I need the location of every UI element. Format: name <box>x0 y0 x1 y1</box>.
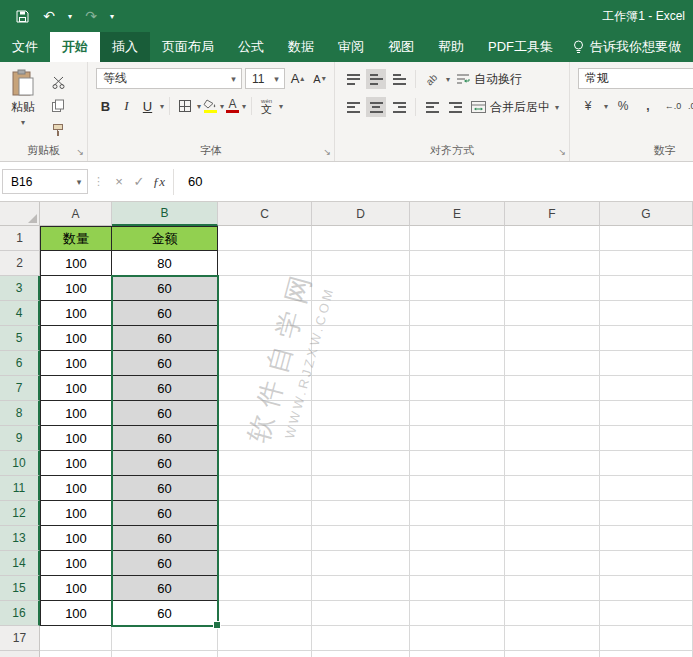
cell-E12[interactable] <box>410 501 505 526</box>
cell-C16[interactable] <box>218 601 312 626</box>
cell-F10[interactable] <box>505 451 600 476</box>
row-header-11[interactable]: 11 <box>0 476 40 501</box>
cell-B14[interactable]: 60 <box>112 551 218 576</box>
bottom-align-button[interactable] <box>389 69 409 89</box>
cell-E9[interactable] <box>410 426 505 451</box>
number-format-combo[interactable]: 常规 ▾ <box>578 68 693 89</box>
row-header-12[interactable]: 12 <box>0 501 40 526</box>
cell-E4[interactable] <box>410 301 505 326</box>
row-header-7[interactable]: 7 <box>0 376 40 401</box>
cell-G4[interactable] <box>600 301 693 326</box>
cell-C5[interactable] <box>218 326 312 351</box>
column-header-A[interactable]: A <box>40 202 112 226</box>
cell-B[interactable] <box>112 651 218 657</box>
undo-button[interactable]: ↶ <box>37 4 61 28</box>
cell-D14[interactable] <box>312 551 410 576</box>
cell-F2[interactable] <box>505 251 600 276</box>
cell-A3[interactable]: 100 <box>40 276 112 301</box>
cell-B3[interactable]: 60 <box>112 276 218 301</box>
cut-button[interactable] <box>46 73 70 91</box>
merge-center-button[interactable]: 合并后居中 ▾ <box>468 97 562 117</box>
column-header-F[interactable]: F <box>505 202 600 226</box>
cell-D3[interactable] <box>312 276 410 301</box>
wrap-text-button[interactable]: 自动换行 <box>453 69 525 89</box>
cell-B9[interactable]: 60 <box>112 426 218 451</box>
tab-pdf-tools[interactable]: PDF工具集 <box>476 32 565 62</box>
phonetic-guide-button[interactable]: wén 文 <box>257 96 276 116</box>
cell-D4[interactable] <box>312 301 410 326</box>
cell-E2[interactable] <box>410 251 505 276</box>
cell-A[interactable] <box>40 651 112 657</box>
cell-B2[interactable]: 80 <box>112 251 218 276</box>
cell-B13[interactable]: 60 <box>112 526 218 551</box>
cell-E8[interactable] <box>410 401 505 426</box>
column-header-E[interactable]: E <box>410 202 505 226</box>
increase-decimal-button[interactable]: ←.0 <box>663 96 683 116</box>
row-header-16[interactable]: 16 <box>0 601 40 626</box>
cell-G3[interactable] <box>600 276 693 301</box>
font-dialog-launcher[interactable]: ↘ <box>323 148 331 157</box>
cell-F14[interactable] <box>505 551 600 576</box>
cell-F11[interactable] <box>505 476 600 501</box>
row-header-13[interactable]: 13 <box>0 526 40 551</box>
increase-indent-button[interactable] <box>445 97 465 117</box>
cell-E10[interactable] <box>410 451 505 476</box>
font-color-button[interactable]: A <box>226 96 239 116</box>
cell-G14[interactable] <box>600 551 693 576</box>
cell-G12[interactable] <box>600 501 693 526</box>
column-header-D[interactable]: D <box>312 202 410 226</box>
align-left-button[interactable] <box>343 97 363 117</box>
cell-D[interactable] <box>312 651 410 657</box>
cell-D15[interactable] <box>312 576 410 601</box>
cell-E1[interactable] <box>410 226 505 251</box>
cell-D1[interactable] <box>312 226 410 251</box>
cell-A9[interactable]: 100 <box>40 426 112 451</box>
cell-E15[interactable] <box>410 576 505 601</box>
clipboard-dialog-launcher[interactable]: ↘ <box>76 148 84 157</box>
cell-C7[interactable] <box>218 376 312 401</box>
tab-file[interactable]: 文件 <box>0 32 50 62</box>
cell-A11[interactable]: 100 <box>40 476 112 501</box>
cell-B7[interactable]: 60 <box>112 376 218 401</box>
cell-G2[interactable] <box>600 251 693 276</box>
cell-B10[interactable]: 60 <box>112 451 218 476</box>
column-header-C[interactable]: C <box>218 202 312 226</box>
cell-C4[interactable] <box>218 301 312 326</box>
cell-C13[interactable] <box>218 526 312 551</box>
cell-C15[interactable] <box>218 576 312 601</box>
cell-E13[interactable] <box>410 526 505 551</box>
row-header-1[interactable]: 1 <box>0 226 40 251</box>
cell-A16[interactable]: 100 <box>40 601 112 626</box>
middle-align-button[interactable] <box>366 69 386 89</box>
format-painter-button[interactable] <box>46 121 70 139</box>
cell-A12[interactable]: 100 <box>40 501 112 526</box>
cell-G7[interactable] <box>600 376 693 401</box>
cell-B5[interactable]: 60 <box>112 326 218 351</box>
cell-G11[interactable] <box>600 476 693 501</box>
alignment-dialog-launcher[interactable]: ↘ <box>558 148 566 157</box>
column-header-B[interactable]: B <box>112 202 218 226</box>
cell-C17[interactable] <box>218 626 312 651</box>
cell-G16[interactable] <box>600 601 693 626</box>
undo-dropdown[interactable]: ▾ <box>64 4 76 28</box>
fill-color-button[interactable] <box>203 96 217 116</box>
name-box[interactable]: B16 ▾ <box>2 169 88 194</box>
cell-C6[interactable] <box>218 351 312 376</box>
customize-qat-button[interactable]: ▾ <box>106 4 118 28</box>
cell-F15[interactable] <box>505 576 600 601</box>
borders-button[interactable] <box>175 96 194 116</box>
cell-B6[interactable]: 60 <box>112 351 218 376</box>
cell-C1[interactable] <box>218 226 312 251</box>
cell-A2[interactable]: 100 <box>40 251 112 276</box>
cell-D10[interactable] <box>312 451 410 476</box>
cell-B1[interactable]: 金额 <box>112 226 218 251</box>
cell-E3[interactable] <box>410 276 505 301</box>
cell-G13[interactable] <box>600 526 693 551</box>
tab-insert[interactable]: 插入 <box>100 32 150 62</box>
cell-C14[interactable] <box>218 551 312 576</box>
align-center-button[interactable] <box>366 97 386 117</box>
cell-F7[interactable] <box>505 376 600 401</box>
orientation-button[interactable]: ab <box>422 69 442 89</box>
tell-me-box[interactable]: 告诉我你想要做 <box>565 32 688 62</box>
cell-F5[interactable] <box>505 326 600 351</box>
